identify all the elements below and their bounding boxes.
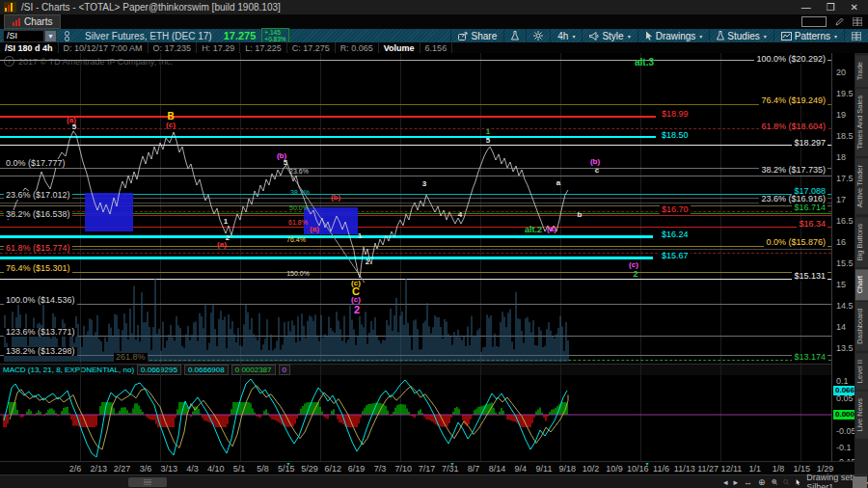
studies-button[interactable]: Studies▾ [709, 29, 773, 42]
elliott-wave-label[interactable]: 2 [366, 258, 369, 266]
elliott-wave-label[interactable]: 5 [72, 123, 76, 131]
chart-pane[interactable]: i 2017 © TD Ameritrade IP Company, Inc. … [0, 53, 831, 474]
price-level-line[interactable] [0, 246, 831, 247]
elliott-wave-label[interactable]: 1 [486, 128, 490, 136]
elliott-wave-label[interactable]: 5 [486, 137, 490, 145]
pan-right-icon[interactable]: ▸ [734, 477, 739, 487]
symbol-input[interactable]: /SI [3, 30, 44, 42]
price-level-line[interactable] [0, 116, 656, 118]
elliott-wave-label[interactable]: (a) [217, 241, 227, 249]
price-level-line[interactable] [0, 336, 831, 337]
side-tab-times-and-sales[interactable]: Times And Sales [855, 89, 868, 156]
elliott-wave-label[interactable]: 61.8% [288, 219, 308, 226]
zoom-reset-icon[interactable]: ⊕ [758, 477, 766, 487]
elliott-wave-label[interactable]: 38.2% [290, 189, 310, 196]
price-level-line[interactable] [0, 145, 831, 146]
macd-study-label[interactable]: MACD (13, 21, 8, EXPONENTIAL, no) [3, 366, 134, 374]
toolbar-grid-button[interactable] [844, 29, 868, 42]
elliott-wave-label[interactable]: (c) [351, 296, 361, 304]
side-tab-live-news[interactable]: Live News [855, 392, 868, 439]
close-button[interactable]: ✕ [851, 2, 858, 13]
fib-label-left: 61.8% ($15.774) [4, 244, 72, 253]
zoom-out-icon[interactable] [783, 477, 790, 487]
pencil-icon[interactable] [835, 17, 844, 26]
zoom-in-icon[interactable] [772, 477, 778, 487]
elliott-wave-label[interactable]: (c) [629, 261, 638, 269]
elliott-wave-label[interactable]: 76.4% [286, 236, 306, 243]
elliott-wave-label[interactable]: a [556, 179, 560, 187]
elliott-wave-label[interactable]: 2 [354, 305, 360, 315]
price-level-line[interactable] [0, 257, 653, 259]
series-label: /SI 180 d 4h [0, 42, 59, 53]
price-level-line[interactable] [0, 128, 831, 129]
elliott-wave-label[interactable]: (c) [166, 122, 176, 129]
drawing-set-label[interactable]: Drawing set: Silber1 [806, 473, 858, 488]
side-tab-trade[interactable]: Trade [855, 55, 868, 87]
price-level-line[interactable] [0, 136, 656, 138]
price-level-line[interactable] [0, 272, 831, 273]
price-axis-tick: 17.5 [836, 175, 854, 183]
elliott-wave-label[interactable]: alt.3 [635, 58, 654, 68]
elliott-wave-label[interactable]: 50.0% [289, 204, 309, 211]
tab-charts[interactable]: Charts [4, 14, 61, 29]
macd-axis-tick: 0.1 [836, 377, 849, 386]
drawing-rectangle[interactable] [85, 193, 133, 231]
x-axis-date: 7/10 [394, 465, 412, 474]
symbol-dropdown-button[interactable]: ▼ [44, 30, 57, 42]
price-label-right: 0.0% ($15.876) [764, 238, 827, 247]
elliott-wave-label[interactable]: (b) [331, 194, 340, 202]
price-level-line[interactable] [0, 279, 831, 280]
minimize-button[interactable]: — [801, 2, 811, 13]
elliott-wave-label[interactable]: 3 [422, 180, 426, 188]
side-tab-level-ii[interactable]: Level II [855, 353, 868, 390]
price-level-line[interactable] [0, 104, 831, 105]
price-level-line[interactable] [0, 235, 653, 238]
price-axis[interactable]: 2019.51918.51817.51716.51615.51514.51413… [831, 53, 855, 474]
ondemand-button[interactable] [503, 29, 526, 42]
share-button[interactable]: Share [450, 29, 504, 42]
drawings-button[interactable]: Drawings▾ [637, 29, 710, 42]
price-level-line[interactable] [116, 360, 831, 361]
elliott-wave-label[interactable]: 150.0% [286, 270, 310, 277]
side-tab-chart[interactable]: Chart [855, 269, 868, 300]
pointer-icon[interactable] [796, 477, 800, 487]
corner-resize-box[interactable] [853, 476, 867, 488]
price-level-line[interactable] [0, 176, 831, 176]
symbol-link-icon[interactable] [63, 31, 71, 41]
sidebar-gadget-tabs: TradeTimes And SalesActive TraderBig But… [854, 53, 868, 476]
side-tab-active-trader[interactable]: Active Trader [855, 158, 868, 214]
elliott-wave-label[interactable]: b [578, 211, 583, 219]
side-tab-dashboard[interactable]: Dashboard [855, 302, 868, 351]
elliott-wave-label[interactable]: alt.2 [525, 226, 542, 234]
pan-left-icon[interactable]: ◂ [723, 477, 728, 487]
elliott-wave-label[interactable]: (a) [547, 226, 556, 233]
interval-button[interactable]: 4h▾ [550, 29, 582, 42]
price-label-right: 38.2% ($17.735) [759, 166, 827, 175]
price-axis-tick: 15 [836, 281, 846, 289]
elliott-wave-label[interactable]: 1 [358, 232, 362, 240]
elliott-wave-label[interactable]: 23.6% [289, 168, 309, 175]
fit-width-icon[interactable]: ↔ [744, 477, 752, 487]
flexible-grid-button[interactable] [801, 16, 827, 27]
price-level-line[interactable] [0, 253, 831, 254]
price-level-line[interactable] [0, 168, 831, 169]
settings-button[interactable] [526, 29, 550, 42]
elliott-wave-label[interactable]: (a) [310, 226, 319, 233]
price-level-line[interactable] [0, 304, 831, 305]
grid-icon[interactable] [853, 17, 862, 26]
patterns-button[interactable]: Patterns▾ [773, 29, 844, 42]
elliott-wave-label[interactable]: 5 [284, 159, 287, 167]
app-icon [4, 2, 16, 13]
side-tab-big-buttons[interactable]: Big Buttons [855, 217, 868, 267]
elliott-wave-label[interactable]: 1 [224, 218, 228, 226]
maximize-button[interactable]: ❐ [827, 2, 835, 13]
axis-settings-button[interactable] [128, 477, 167, 487]
price-level-line[interactable] [0, 60, 831, 61]
elliott-wave-label[interactable]: 2 [633, 270, 637, 279]
time-marker-icon: ▾ [287, 462, 292, 467]
elliott-wave-label[interactable]: c [595, 167, 599, 175]
elliott-wave-label[interactable]: 4 [458, 211, 462, 219]
elliott-wave-label[interactable]: (b) [590, 158, 600, 166]
price-level-line[interactable] [0, 249, 831, 250]
style-button[interactable]: Style▾ [582, 29, 637, 42]
